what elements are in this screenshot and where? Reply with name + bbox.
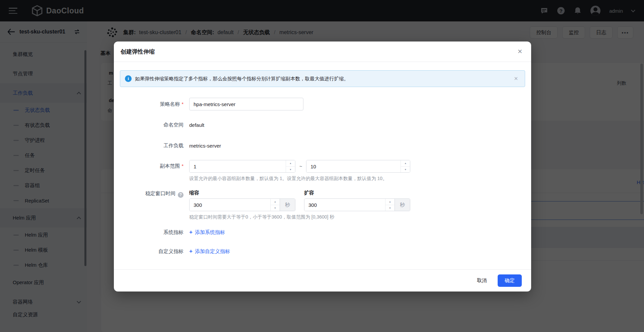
scale-up-window-input[interactable] (304, 199, 395, 211)
info-icon: i (125, 75, 132, 82)
custom-metrics-label: 自定义指标 (158, 248, 184, 254)
stepper-down-icon: ▼ (286, 167, 295, 173)
policy-name-label: 策略名称 (160, 101, 180, 107)
stable-window-helper: 稳定窗口时间需要大于等于0，小于等于3600，取值范围为 [0,3600] 秒 (189, 214, 410, 220)
replica-max-stepper[interactable]: ▲▼ (401, 160, 410, 172)
workload-label: 工作负载 (163, 143, 184, 148)
info-alert: i 如果弹性伸缩策略指定了多个指标，那么会按照每个指标分别计算扩缩副本数，取最大… (120, 70, 525, 87)
system-metrics-label: 系统指标 (163, 229, 184, 235)
replica-range-helper: 设置允许的最小容器组副本数量，默认值为 1。设置允许的最大容器组副本数量，默认值… (189, 176, 410, 182)
alert-close-icon[interactable]: ✕ (514, 76, 518, 82)
help-tooltip-icon[interactable]: ? (178, 192, 184, 198)
plus-icon: + (189, 229, 193, 236)
plus-icon: + (189, 248, 193, 255)
modal-title: 创建弹性伸缩 (121, 48, 155, 56)
policy-name-input[interactable] (189, 98, 303, 110)
stepper-up-icon: ▲ (385, 199, 395, 205)
alert-message: 如果弹性伸缩策略指定了多个指标，那么会按照每个指标分别计算扩缩副本数，取最大值进… (135, 76, 514, 82)
scale-up-stepper[interactable]: ▲▼ (385, 199, 395, 211)
stepper-up-icon: ▲ (271, 199, 280, 205)
stable-window-label: 稳定窗口时间 (145, 190, 175, 196)
workload-value: metrics-server (189, 143, 221, 149)
seconds-unit: 秒 (280, 199, 295, 211)
add-system-metric-link[interactable]: + 添加系统指标 (189, 229, 225, 236)
stepper-up-icon: ▲ (286, 160, 295, 167)
add-custom-metric-link[interactable]: + 添加自定义指标 (189, 248, 230, 255)
replica-min-input[interactable] (190, 160, 295, 172)
namespace-value: default (189, 122, 204, 128)
scale-down-label: 缩容 (189, 190, 295, 196)
replica-min-stepper[interactable]: ▲▼ (286, 160, 295, 172)
stepper-down-icon: ▼ (271, 205, 280, 211)
cancel-button[interactable]: 取消 (471, 275, 493, 286)
namespace-label: 命名空间 (163, 122, 184, 128)
modal-close-icon[interactable]: ✕ (517, 49, 522, 55)
stepper-up-icon: ▲ (401, 160, 410, 167)
stepper-down-icon: ▼ (401, 167, 410, 173)
scale-down-stepper[interactable]: ▲▼ (270, 199, 280, 211)
required-star: * (182, 163, 184, 169)
required-star: * (182, 101, 184, 107)
confirm-button[interactable]: 确定 (498, 274, 522, 287)
create-hpa-modal: 创建弹性伸缩 ✕ i 如果弹性伸缩策略指定了多个指标，那么会按照每个指标分别计算… (114, 42, 531, 292)
stepper-down-icon: ▼ (385, 205, 395, 211)
replica-max-input[interactable] (306, 160, 410, 172)
range-tilde: ~ (299, 164, 302, 169)
scale-down-window-input[interactable] (190, 199, 280, 211)
replica-range-label: 副本范围 (160, 163, 180, 169)
seconds-unit: 秒 (395, 199, 410, 211)
scale-up-label: 扩容 (304, 190, 410, 196)
